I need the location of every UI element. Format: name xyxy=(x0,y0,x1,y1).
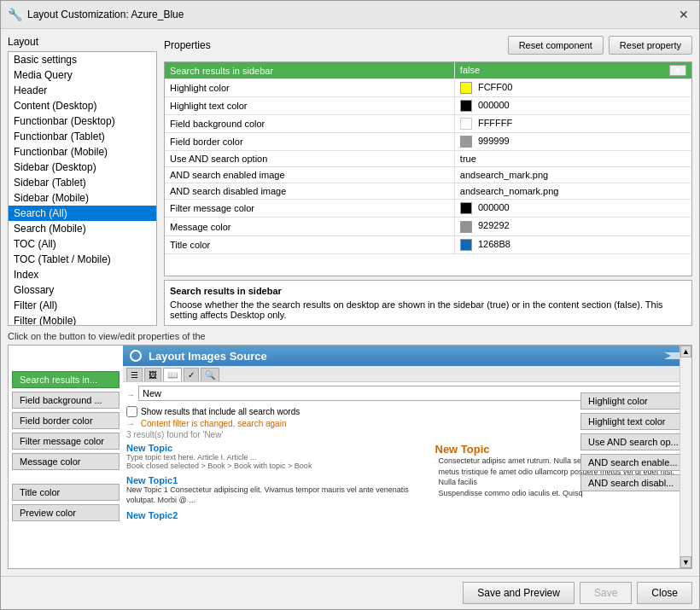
layout-label: Layout xyxy=(8,36,157,48)
layout-item-filter-mobile[interactable]: Filter (Mobile) xyxy=(9,313,156,326)
reset-property-button[interactable]: Reset property xyxy=(609,36,692,55)
preview-btn-field-background[interactable]: Field background ... xyxy=(12,392,120,409)
property-row-highlight-text-color[interactable]: Highlight text color 000000 xyxy=(165,97,691,115)
property-row-title-color[interactable]: Title color 1268B8 xyxy=(165,235,691,253)
highlight-text-color-swatch[interactable] xyxy=(460,100,472,112)
property-name-and-search-disabled: AND search disabled image xyxy=(165,183,454,200)
window-title: Layout Customization: Azure_Blue xyxy=(27,9,184,20)
layout-panel: Layout Basic settings Media Query Header… xyxy=(8,36,157,326)
layout-item-media-query[interactable]: Media Query xyxy=(9,67,156,83)
property-value-search-results[interactable]: false ▼ xyxy=(454,62,691,79)
result-title-2[interactable]: New Topic2 xyxy=(126,510,432,520)
layout-item-toc-tablet-mobile[interactable]: TOC (Tablet / Mobile) xyxy=(9,252,156,267)
preview-btn-title-color[interactable]: Title color xyxy=(12,484,120,501)
property-value-and-search-disabled: andsearch_nomark.png xyxy=(454,183,691,200)
property-row-search-results[interactable]: Search results in sidebar false ▼ xyxy=(165,62,691,79)
layout-item-sidebar-tablet[interactable]: Sidebar (Tablet) xyxy=(9,175,156,190)
tab-check-icon[interactable]: ✓ xyxy=(184,368,199,381)
result-path-0: Book closed selected > Book > Book with … xyxy=(126,462,432,470)
layout-item-basic-settings[interactable]: Basic settings xyxy=(9,52,156,67)
property-row-message-color[interactable]: Message color 929292 xyxy=(165,218,691,235)
footer: Save and Preview Save Close xyxy=(1,576,699,609)
preview-btn-search-results[interactable]: Search results in... xyxy=(12,371,120,388)
highlight-color-swatch[interactable] xyxy=(460,82,472,94)
layout-item-sidebar-desktop[interactable]: Sidebar (Desktop) xyxy=(9,160,156,175)
result-item-0: New Topic Type topic text here. Article … xyxy=(126,443,432,470)
layout-item-glossary[interactable]: Glossary xyxy=(9,282,156,298)
layout-item-functionbar-tablet[interactable]: Functionbar (Tablet) xyxy=(9,129,156,144)
tab-book-icon[interactable]: 📖 xyxy=(163,368,182,381)
tab-image-icon[interactable]: 🖼 xyxy=(144,368,161,381)
property-row-and-search-enabled[interactable]: AND search enabled image andsearch_mark.… xyxy=(165,167,691,183)
property-value-field-border[interactable]: 999999 xyxy=(454,133,691,151)
tab-search-icon[interactable]: 🔍 xyxy=(201,368,219,381)
preview-btn-highlight-color[interactable]: Highlight color xyxy=(580,392,688,410)
property-name-and-search-enabled: AND search enabled image xyxy=(165,167,454,183)
preview-btn-and-search-enable[interactable]: AND search enable... xyxy=(580,454,688,471)
preview-btn-filter-message[interactable]: Filter message color xyxy=(12,433,120,450)
property-row-and-search-disabled[interactable]: AND search disabled image andsearch_noma… xyxy=(165,183,691,200)
layout-item-toc-all[interactable]: TOC (All) xyxy=(9,236,156,252)
preview-section: Click on the button to view/edit propert… xyxy=(8,331,692,569)
title-color-swatch[interactable] xyxy=(460,239,472,251)
property-value-title-color[interactable]: 1268B8 xyxy=(454,235,691,253)
tab-list-icon[interactable]: ☰ xyxy=(126,368,143,381)
result-title-0[interactable]: New Topic xyxy=(126,443,432,453)
close-button[interactable]: Close xyxy=(637,582,692,604)
scroll-down-button[interactable]: ▼ xyxy=(680,556,691,568)
layout-item-content-desktop[interactable]: Content (Desktop) xyxy=(9,98,156,113)
layout-item-filter-all[interactable]: Filter (All) xyxy=(9,298,156,313)
property-value-use-and-search: true xyxy=(454,151,691,167)
property-row-field-background[interactable]: Field background color FFFFFF xyxy=(165,115,691,133)
dropdown-arrow-icon[interactable]: ▼ xyxy=(669,65,686,76)
layout-item-search-all[interactable]: Search (All) xyxy=(9,206,156,221)
header-buttons: Reset component Reset property xyxy=(508,36,692,55)
property-row-highlight-color[interactable]: Highlight color FCFF00 xyxy=(165,79,691,97)
property-value-filter-message[interactable]: 000000 xyxy=(454,200,691,218)
include-all-words-checkbox[interactable] xyxy=(126,406,137,417)
scroll-up-button[interactable]: ▲ xyxy=(680,346,691,357)
layout-item-functionbar-desktop[interactable]: Functionbar (Desktop) xyxy=(9,113,156,129)
reset-component-button[interactable]: Reset component xyxy=(508,36,604,55)
layout-item-search-mobile[interactable]: Search (Mobile) xyxy=(9,221,156,236)
property-value-highlight-color[interactable]: FCFF00 xyxy=(454,79,691,97)
top-section: Layout Basic settings Media Query Header… xyxy=(8,36,692,326)
property-value-and-search-enabled: andsearch_mark.png xyxy=(454,167,691,183)
browser-title: Layout Images Source xyxy=(149,350,267,363)
layout-item-header[interactable]: Header xyxy=(9,83,156,98)
result-item-2: New Topic2 xyxy=(126,510,432,520)
property-value-highlight-text-color[interactable]: 000000 xyxy=(454,97,691,115)
window-close-button[interactable]: ✕ xyxy=(675,6,692,23)
layout-list[interactable]: Basic settings Media Query Header Conten… xyxy=(8,51,157,326)
property-value-message-color[interactable]: 929292 xyxy=(454,218,691,235)
layout-item-index[interactable]: Index xyxy=(9,267,156,282)
properties-table-container[interactable]: Search results in sidebar false ▼ Highli… xyxy=(164,61,692,276)
layout-item-functionbar-mobile[interactable]: Functionbar (Mobile) xyxy=(9,144,156,160)
preview-btn-preview-color[interactable]: Preview color xyxy=(12,504,120,521)
preview-btn-use-and-search[interactable]: Use AND search op... xyxy=(580,433,688,450)
properties-label: Properties xyxy=(164,39,211,51)
field-border-swatch[interactable] xyxy=(460,136,472,148)
properties-panel: Properties Reset component Reset propert… xyxy=(164,36,692,326)
preview-btn-and-search-disable[interactable]: AND search disabl... xyxy=(580,474,688,491)
preview-area: Search results in... Field background ..… xyxy=(8,345,692,569)
preview-btn-highlight-text-color[interactable]: Highlight text color xyxy=(580,413,688,430)
preview-btn-message-color[interactable]: Message color xyxy=(12,453,120,470)
field-background-swatch[interactable] xyxy=(460,118,472,130)
app-icon: 🔧 xyxy=(8,8,22,21)
property-value-field-background[interactable]: FFFFFF xyxy=(454,115,691,133)
property-row-field-border[interactable]: Field border color 999999 xyxy=(165,133,691,151)
filter-message-swatch[interactable] xyxy=(460,202,472,214)
property-row-use-and-search[interactable]: Use AND search option true xyxy=(165,151,691,167)
preview-col-left: New Topic Type topic text here. Article … xyxy=(126,443,432,526)
message-color-swatch[interactable] xyxy=(460,221,472,233)
save-preview-button[interactable]: Save and Preview xyxy=(463,582,575,604)
title-bar: 🔧 Layout Customization: Azure_Blue ✕ xyxy=(1,1,699,29)
properties-table: Search results in sidebar false ▼ Highli… xyxy=(165,62,691,254)
result-title-1[interactable]: New Topic1 xyxy=(126,475,432,485)
browser-circle-icon xyxy=(130,350,142,362)
property-row-filter-message[interactable]: Filter message color 000000 xyxy=(165,200,691,218)
property-name-search-results: Search results in sidebar xyxy=(165,62,454,79)
preview-btn-field-border[interactable]: Field border color xyxy=(12,412,120,429)
layout-item-sidebar-mobile[interactable]: Sidebar (Mobile) xyxy=(9,190,156,206)
